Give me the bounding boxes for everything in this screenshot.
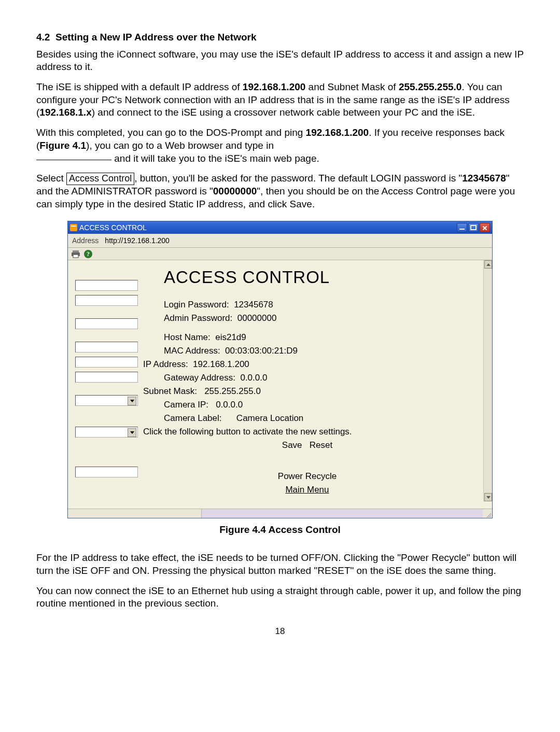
paragraph-2: The iSE is shipped with a default IP add… <box>36 81 524 119</box>
instruction-text: Click the following button to activate t… <box>143 426 471 438</box>
main-menu-link[interactable]: Main Menu <box>285 485 329 495</box>
window-controls <box>457 223 490 232</box>
address-label: Address <box>72 236 99 245</box>
paragraph-1: Besides using the iConnect software, you… <box>36 48 524 74</box>
resize-grip-icon[interactable] <box>483 509 492 518</box>
left-input-column <box>68 260 143 508</box>
gw-label: Gateway Address: <box>164 372 235 384</box>
svg-text:?: ? <box>87 250 90 258</box>
app-icon <box>70 224 77 231</box>
content-area: ACCESS CONTROL Login Password: 12345678 … <box>68 260 492 508</box>
mac-label: MAC Address: <box>164 345 220 357</box>
svg-rect-2 <box>73 255 78 258</box>
camip-value: 0.0.0.0 <box>216 400 243 410</box>
section-number: 4.2 <box>36 32 50 43</box>
figure-caption: Figure 4.4 Access Control <box>36 524 524 537</box>
scroll-down-icon[interactable] <box>484 493 492 501</box>
access-control-button-ref: Access Control <box>66 173 134 185</box>
login-pw-label: Login Password: <box>164 299 229 311</box>
admin-pw-value: 00000000 <box>237 313 277 323</box>
camip-label: Camera IP: <box>164 399 208 411</box>
camera-select[interactable] <box>75 395 138 406</box>
mac-value: 00:03:03:00:21:D9 <box>225 346 298 356</box>
paragraph-5: For the IP address to take effect, the i… <box>36 552 524 577</box>
reset-button[interactable]: Reset <box>310 440 332 450</box>
save-reset-select[interactable] <box>75 427 138 438</box>
titlebar: ACCESS CONTROL <box>68 221 492 234</box>
minimize-button[interactable] <box>457 223 467 232</box>
toolbar: ? <box>68 248 492 260</box>
statusbar <box>68 509 492 518</box>
ip-label: IP Address: <box>143 359 188 370</box>
maximize-button[interactable] <box>468 223 479 232</box>
page-number: 18 <box>36 626 524 637</box>
camlbl-value: Camera Location <box>236 413 303 423</box>
host-name-input[interactable] <box>75 318 138 329</box>
subnet-mask-input[interactable] <box>75 372 138 383</box>
paragraph-4: Select Access Control, button, you'll be… <box>36 172 524 210</box>
host-value: eis21d9 <box>215 332 246 342</box>
address-value[interactable]: http://192.168.1.200 <box>105 236 170 245</box>
admin-password-input[interactable] <box>75 295 138 306</box>
camlbl-label: Camera Label: <box>164 413 222 424</box>
print-icon[interactable] <box>71 249 80 259</box>
section-title: Setting a New IP Address over the Networ… <box>55 32 257 43</box>
ip-address-input[interactable] <box>75 342 138 353</box>
scroll-up-icon[interactable] <box>484 260 492 269</box>
gateway-address-input[interactable] <box>75 357 138 368</box>
login-password-input[interactable] <box>75 280 138 291</box>
svg-rect-0 <box>73 250 79 252</box>
ip-value: 192.168.1.200 <box>193 359 249 369</box>
save-button[interactable]: Save <box>282 440 302 450</box>
gw-value: 0.0.0.0 <box>240 373 267 383</box>
power-recycle-button[interactable]: Power Recycle <box>278 471 337 481</box>
main-pane: ACCESS CONTROL Login Password: 12345678 … <box>143 260 492 508</box>
page-title: ACCESS CONTROL <box>164 266 471 289</box>
address-bar: Address http://192.168.1.200 <box>68 234 492 248</box>
paragraph-3: With this completed, you can go to the D… <box>36 126 524 165</box>
host-label: Host Name: <box>164 332 211 343</box>
login-pw-value: 12345678 <box>234 300 273 309</box>
scrollbar[interactable] <box>483 260 492 501</box>
paragraph-6: You can now connect the iSE to an Ethern… <box>36 585 524 610</box>
window-title: ACCESS CONTROL <box>79 223 147 232</box>
power-recycle-input[interactable] <box>75 467 138 477</box>
close-button[interactable] <box>480 223 490 232</box>
section-heading: 4.2 Setting a New IP Address over the Ne… <box>36 31 524 44</box>
help-icon[interactable]: ? <box>83 249 93 259</box>
mask-value: 255.255.255.0 <box>204 386 261 396</box>
admin-pw-label: Admin Password: <box>164 313 232 324</box>
app-window: ACCESS CONTROL Address http://192.168.1.… <box>67 221 493 518</box>
blank-fill-in <box>36 160 111 160</box>
mask-label: Subnet Mask: <box>143 386 197 397</box>
